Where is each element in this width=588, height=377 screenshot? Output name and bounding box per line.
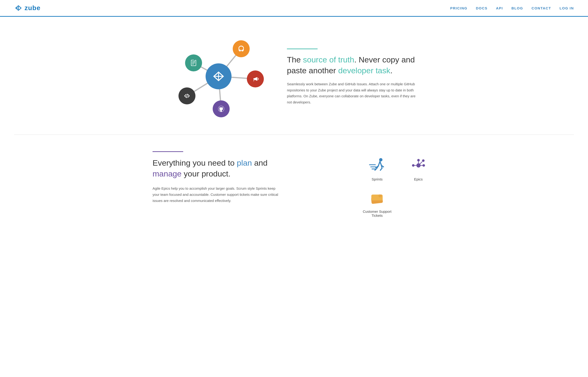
features-icons: Sprints Epics: [360, 151, 435, 217]
runner-icon: [368, 156, 387, 175]
svg-point-29: [422, 164, 425, 167]
headline-accent2: developer task: [338, 66, 390, 75]
features-headline: Everything you need to plan and manage y…: [153, 158, 280, 179]
megaphone-node: [247, 71, 264, 87]
hero-divider: [287, 48, 318, 49]
code-node: [179, 87, 195, 104]
nav-docs[interactable]: DOCS: [476, 6, 487, 10]
nav: PRICING DOCS API BLOG CONTACT LOG IN: [450, 6, 574, 10]
feat-part2: and: [252, 158, 268, 167]
features-text: Everything you need to plan and manage y…: [153, 151, 280, 204]
headline-part1: The: [287, 55, 303, 64]
feature-sprints: Sprints: [368, 156, 387, 181]
hero-subtext: Seamlessly work between Zube and GitHub …: [287, 81, 419, 105]
logo-text: zube: [24, 4, 41, 12]
svg-point-28: [412, 164, 414, 167]
feature-epics: Epics: [409, 156, 428, 181]
headset-node: [233, 40, 250, 57]
checklist-node: [185, 54, 202, 71]
headline-accent1: source of truth: [303, 55, 354, 64]
features-subtext: Agile Epics help you to accomplish your …: [153, 185, 280, 204]
hero-headline: The source of truth. Never copy and past…: [287, 54, 419, 76]
svg-rect-13: [242, 50, 243, 51]
header: zube PRICING DOCS API BLOG CONTACT LOG I…: [0, 0, 588, 17]
nav-login[interactable]: LOG IN: [560, 6, 574, 10]
headline-part3: .: [390, 66, 393, 75]
logo[interactable]: zube: [14, 4, 41, 12]
hero-section: The source of truth. Never copy and past…: [129, 17, 459, 135]
feat-accent2: manage: [153, 169, 181, 178]
logo-icon: [14, 5, 23, 11]
nav-contact[interactable]: CONTACT: [532, 6, 551, 10]
tickets-icon: [368, 188, 386, 207]
svg-rect-19: [253, 78, 255, 80]
svg-point-23: [379, 158, 383, 161]
features-section: Everything you need to plan and manage y…: [129, 135, 459, 236]
feature-tickets: Customer SupportTickets: [363, 188, 392, 217]
github-node: [213, 100, 230, 117]
nav-api[interactable]: API: [496, 6, 503, 10]
features-divider: [153, 151, 183, 152]
svg-point-31: [422, 159, 425, 162]
nav-pricing[interactable]: PRICING: [450, 6, 467, 10]
epics-label: Epics: [414, 177, 423, 181]
svg-line-35: [420, 162, 422, 164]
diagram-area: [169, 33, 268, 120]
feat-accent1: plan: [237, 158, 252, 167]
tickets-label: Customer SupportTickets: [363, 210, 392, 217]
sprints-label: Sprints: [372, 177, 383, 181]
feat-part1: Everything you need to: [153, 158, 237, 167]
center-node: [205, 63, 231, 89]
epics-icon: [409, 156, 428, 175]
svg-line-21: [187, 94, 187, 98]
nav-blog[interactable]: BLOG: [511, 6, 523, 10]
hero-text: The source of truth. Never copy and past…: [287, 48, 419, 105]
feat-part3: your product.: [181, 169, 231, 178]
svg-point-30: [417, 159, 420, 161]
svg-rect-12: [240, 50, 241, 51]
